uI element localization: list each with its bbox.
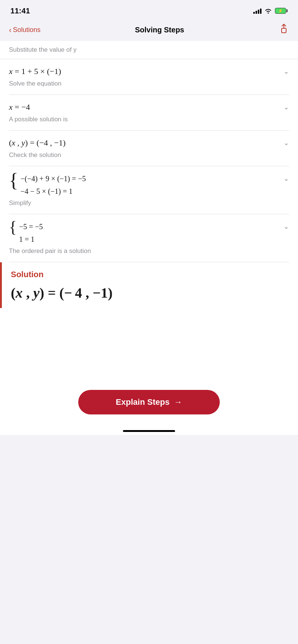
simplify-line1: −(−4) + 9 × (−1) = −5 xyxy=(20,173,86,184)
back-chevron-icon: ‹ xyxy=(9,26,12,34)
step-equation-check: (x , y) = (−4 , −1) xyxy=(9,137,272,149)
chevron-down-icon-2[interactable]: ⌄ xyxy=(283,103,289,111)
nav-bar: ‹ Solutions Solving Steps xyxy=(0,20,298,41)
share-icon xyxy=(279,23,289,34)
battery-icon: ⚡ xyxy=(275,8,288,14)
solution-section: Solution (x , y) = (− 4 , −1) xyxy=(0,262,298,308)
page-title: Solving Steps xyxy=(135,26,184,34)
step-label-simplify: Simplify xyxy=(9,199,289,207)
step-row-simplify[interactable]: { −(−4) + 9 × (−1) = −5 −4 − 5 × (−1) = … xyxy=(9,166,289,214)
share-button[interactable] xyxy=(279,23,289,36)
svg-point-0 xyxy=(268,13,269,14)
step-row-solve[interactable]: x = 1 + 5 × (−1) ⌄ Solve the equation xyxy=(9,59,289,95)
svg-rect-1 xyxy=(282,28,286,33)
content-spacer xyxy=(0,308,298,382)
explain-steps-arrow: → xyxy=(174,397,182,407)
explain-steps-button[interactable]: Explain Steps → xyxy=(78,390,220,414)
step-equation-simplify: { −(−4) + 9 × (−1) = −5 −4 − 5 × (−1) = … xyxy=(9,173,272,197)
step-label-ordered: The ordered pair is a solution xyxy=(9,247,289,255)
status-bar: 11:41 ⚡ xyxy=(0,0,298,20)
explain-steps-label: Explain Steps xyxy=(116,397,169,407)
signal-icon xyxy=(253,8,261,14)
status-icons: ⚡ xyxy=(253,8,288,14)
step-equation-possible: x = −4 xyxy=(9,102,272,113)
steps-content: x = 1 + 5 × (−1) ⌄ Solve the equation x … xyxy=(0,59,298,262)
step-label-possible: A possible solution is xyxy=(9,115,289,124)
home-bar xyxy=(123,430,175,432)
back-button[interactable]: ‹ Solutions xyxy=(9,26,41,34)
step-row-check[interactable]: (x , y) = (−4 , −1) ⌄ Check the solution xyxy=(9,131,289,166)
step-label-solve: Solve the equation xyxy=(9,80,289,88)
chevron-down-icon[interactable]: ⌄ xyxy=(283,67,289,76)
step-label-check: Check the solution xyxy=(9,151,289,159)
chevron-down-icon-5[interactable]: ⌄ xyxy=(283,222,289,231)
chevron-down-icon-4[interactable]: ⌄ xyxy=(283,174,289,183)
ordered-line1: −5 = −5 xyxy=(19,221,43,232)
step-equation-solve: x = 1 + 5 × (−1) xyxy=(9,66,272,77)
solution-equation: (x , y) = (− 4 , −1) xyxy=(11,284,289,302)
status-time: 11:41 xyxy=(10,7,30,15)
button-area: Explain Steps → xyxy=(0,382,298,426)
step-row-possible[interactable]: x = −4 ⌄ A possible solution is xyxy=(9,95,289,131)
substitute-header-row: Substitute the value of y xyxy=(0,41,298,59)
substitute-description: Substitute the value of y xyxy=(9,46,289,59)
back-label: Solutions xyxy=(13,26,41,34)
chevron-down-icon-3[interactable]: ⌄ xyxy=(283,139,289,147)
step-row-ordered-pair[interactable]: { −5 = −5 1 = 1 ⌄ The ordered pair is a … xyxy=(9,214,289,262)
solution-title: Solution xyxy=(11,270,289,279)
home-indicator xyxy=(0,426,298,435)
step-equation-ordered: { −5 = −5 1 = 1 xyxy=(9,221,272,245)
ordered-line2: 1 = 1 xyxy=(19,234,43,245)
wifi-icon xyxy=(264,8,272,14)
simplify-line2: −4 − 5 × (−1) = 1 xyxy=(20,186,86,197)
